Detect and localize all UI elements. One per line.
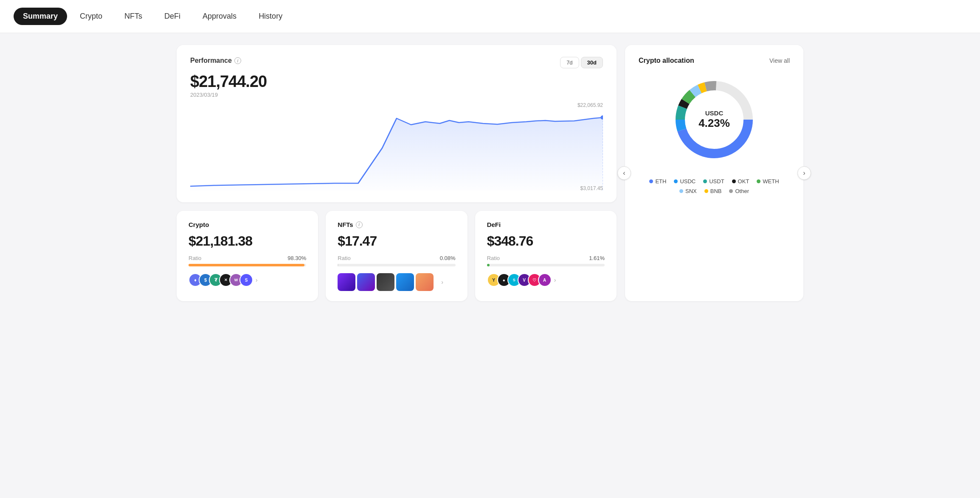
defi-ratio-row: Ratio 1.61% bbox=[487, 255, 605, 261]
nav-defi[interactable]: DeFi bbox=[155, 8, 190, 25]
defi-card-title: DeFi bbox=[487, 221, 605, 228]
nfts-info-icon[interactable]: i bbox=[356, 221, 363, 228]
legend-dot-other bbox=[729, 189, 733, 193]
crypto-ratio-value: 98.30% bbox=[287, 255, 306, 261]
legend-item-usdt: USDT bbox=[703, 178, 724, 185]
defi-progress-bg bbox=[487, 264, 605, 266]
legend-dot-usdt bbox=[703, 179, 707, 183]
legend-item-okt: OKT bbox=[732, 178, 749, 185]
chart-high-label: $22,065.92 bbox=[577, 102, 603, 108]
legend-dot-bnb bbox=[704, 189, 708, 193]
legend-item-other: Other bbox=[729, 188, 749, 194]
crypto-amount: $21,181.38 bbox=[189, 233, 306, 249]
perf-amount: $21,744.20 bbox=[190, 73, 603, 91]
crypto-bottom-card: Crypto $21,181.38 Ratio 98.30% ♦ $ ₮ ✕ W… bbox=[177, 211, 318, 301]
legend-label-bnb: BNB bbox=[710, 188, 722, 194]
view-all-button[interactable]: View all bbox=[769, 57, 790, 64]
defi-ratio-value: 1.61% bbox=[589, 255, 605, 261]
nav-crypto[interactable]: Crypto bbox=[70, 8, 112, 25]
crypto-progress-bg bbox=[189, 264, 306, 266]
token-snx: S bbox=[239, 273, 253, 287]
legend-dot-okt bbox=[732, 179, 736, 183]
legend-label-eth: ETH bbox=[655, 178, 666, 185]
nfts-ratio-label: Ratio bbox=[338, 255, 350, 261]
legend-item-snx: SNX bbox=[679, 188, 697, 194]
nft-thumbs-row: › bbox=[338, 273, 455, 291]
legend-dot-snx bbox=[679, 189, 683, 193]
defi-token-row: Y ● S V ♡ A › bbox=[487, 273, 605, 287]
defi-ratio-label: Ratio bbox=[487, 255, 500, 261]
nfts-amount: $17.47 bbox=[338, 233, 455, 249]
allocation-card: ‹ › Crypto allocation View all bbox=[625, 45, 803, 301]
legend-item-eth: ETH bbox=[649, 178, 666, 185]
bottom-cards: Crypto $21,181.38 Ratio 98.30% ♦ $ ₮ ✕ W… bbox=[177, 211, 617, 301]
nav-nfts[interactable]: NFTs bbox=[115, 8, 152, 25]
donut-chart: USDC 4.23% bbox=[639, 73, 790, 166]
nav-history[interactable]: History bbox=[249, 8, 292, 25]
main-content: Performance i 7d 30d $21,744.20 2023/03/… bbox=[163, 33, 817, 313]
nfts-ratio-value: 0.08% bbox=[440, 255, 456, 261]
legend-item-usdc: USDC bbox=[674, 178, 696, 185]
legend-label-other: Other bbox=[735, 188, 749, 194]
alloc-prev-button[interactable]: ‹ bbox=[617, 166, 631, 180]
chart-svg bbox=[190, 106, 603, 190]
performance-chart: $22,065.92 $3,017.45 bbox=[190, 106, 603, 190]
crypto-ratio-row: Ratio 98.30% bbox=[189, 255, 306, 261]
legend-label-snx: SNX bbox=[685, 188, 697, 194]
performance-card: Performance i 7d 30d $21,744.20 2023/03/… bbox=[177, 45, 617, 202]
chart-low-label: $3,017.45 bbox=[580, 185, 603, 191]
nav-approvals[interactable]: Approvals bbox=[193, 8, 246, 25]
defi-title-label: DeFi bbox=[487, 221, 501, 228]
nft-thumb-3 bbox=[377, 273, 394, 291]
legend-dot-eth bbox=[649, 179, 653, 183]
perf-date: 2023/03/19 bbox=[190, 92, 603, 98]
chart-area bbox=[190, 118, 603, 190]
nfts-ratio-row: Ratio 0.08% bbox=[338, 255, 455, 261]
nfts-title-label: NFTs bbox=[338, 221, 353, 228]
alloc-title: Crypto allocation bbox=[639, 57, 694, 64]
navigation: Summary Crypto NFTs DeFi Approvals Histo… bbox=[0, 0, 980, 33]
alloc-next-button[interactable]: › bbox=[797, 166, 811, 180]
nav-summary[interactable]: Summary bbox=[14, 8, 67, 25]
alloc-header: Crypto allocation View all bbox=[639, 57, 790, 64]
nft-thumb-1 bbox=[338, 273, 355, 291]
perf-title-label: Performance bbox=[190, 57, 232, 64]
time-btn-7d[interactable]: 7d bbox=[560, 57, 579, 68]
crypto-progress-fill bbox=[189, 264, 304, 266]
legend-label-usdc: USDC bbox=[680, 178, 696, 185]
legend-dot-weth bbox=[757, 179, 760, 183]
legend-dot-usdc bbox=[674, 179, 678, 183]
perf-title: Performance i bbox=[190, 57, 241, 64]
legend-label-usdt: USDT bbox=[709, 178, 724, 185]
nfts-more-chevron[interactable]: › bbox=[441, 279, 443, 285]
nfts-card-title: NFTs i bbox=[338, 221, 455, 228]
time-buttons: 7d 30d bbox=[560, 57, 603, 68]
perf-info-icon[interactable]: i bbox=[234, 57, 241, 64]
donut-svg bbox=[667, 73, 761, 166]
defi-bottom-card: DeFi $348.76 Ratio 1.61% Y ● S V ♡ A › bbox=[475, 211, 617, 301]
legend-item-bnb: BNB bbox=[704, 188, 722, 194]
defi-amount: $348.76 bbox=[487, 233, 605, 249]
nft-thumb-2 bbox=[357, 273, 375, 291]
crypto-title-label: Crypto bbox=[189, 221, 209, 228]
defi-token-6: A bbox=[538, 273, 552, 287]
nft-thumb-5 bbox=[416, 273, 434, 291]
crypto-card-title: Crypto bbox=[189, 221, 306, 228]
perf-header: Performance i 7d 30d bbox=[190, 57, 603, 68]
crypto-more-chevron[interactable]: › bbox=[256, 277, 258, 283]
defi-progress-fill bbox=[487, 264, 490, 266]
time-btn-30d[interactable]: 30d bbox=[581, 57, 603, 68]
crypto-token-row: ♦ $ ₮ ✕ W S › bbox=[189, 273, 306, 287]
nfts-progress-bg bbox=[338, 264, 455, 266]
nfts-progress-fill bbox=[338, 264, 338, 266]
nft-thumb-4 bbox=[396, 273, 414, 291]
defi-more-chevron[interactable]: › bbox=[554, 277, 556, 283]
legend-label-weth: WETH bbox=[763, 178, 779, 185]
crypto-ratio-label: Ratio bbox=[189, 255, 201, 261]
allocation-legend: ETHUSDCUSDTOKTWETHSNXBNBOther bbox=[639, 178, 790, 194]
legend-item-weth: WETH bbox=[757, 178, 779, 185]
nfts-bottom-card: NFTs i $17.47 Ratio 0.08% › bbox=[326, 211, 467, 301]
legend-label-okt: OKT bbox=[738, 178, 749, 185]
